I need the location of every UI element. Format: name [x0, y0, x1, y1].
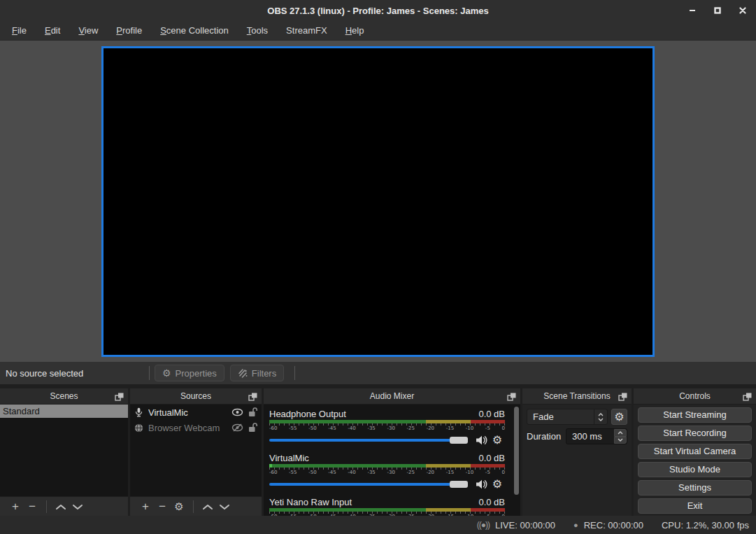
- meter-scale: -60-55-50-45-40-35-30-25-20-15-10-50: [269, 426, 505, 432]
- scene-item-standard[interactable]: Standard: [0, 405, 128, 418]
- slider-handle[interactable]: [450, 481, 468, 488]
- transition-properties-button[interactable]: ⚙: [611, 409, 627, 425]
- rec-status: ● REC: 00:00:00: [573, 520, 643, 531]
- input-level-indicator: [269, 464, 272, 468]
- popout-button[interactable]: [113, 391, 124, 402]
- exit-button[interactable]: Exit: [638, 498, 752, 514]
- volume-meter: [269, 420, 505, 423]
- stats-text: CPU: 1.2%, 30.00 fps: [662, 520, 749, 531]
- properties-button[interactable]: ⚙ Properties: [155, 365, 224, 381]
- popout-button[interactable]: [741, 391, 753, 402]
- chevron-up-icon: [55, 504, 66, 510]
- speaker-icon: [476, 435, 488, 445]
- lock-toggle[interactable]: [248, 407, 257, 417]
- minimize-button[interactable]: [685, 3, 700, 18]
- source-properties-button[interactable]: ⚙: [171, 501, 187, 512]
- popout-button[interactable]: [247, 391, 258, 402]
- remove-source-button[interactable]: −: [154, 500, 171, 512]
- menu-edit[interactable]: Edit: [36, 22, 69, 38]
- start-streaming-button[interactable]: Start Streaming: [638, 407, 752, 423]
- move-source-up-button[interactable]: [199, 500, 216, 512]
- meter-scale: -60-55-50-45-40-35-30-25-20-15-10-50: [269, 514, 505, 516]
- popout-button[interactable]: [506, 391, 517, 402]
- move-scene-down-button[interactable]: [69, 500, 86, 512]
- duration-increase-button[interactable]: [614, 429, 627, 437]
- filters-icon: [238, 369, 248, 378]
- menu-view[interactable]: View: [69, 22, 107, 38]
- visibility-toggle[interactable]: [231, 408, 243, 416]
- controls-panel-title: Controls: [679, 391, 711, 401]
- channel-name: VirtualMic: [269, 453, 309, 463]
- mute-button[interactable]: [474, 477, 490, 491]
- gear-icon: ⚙: [162, 367, 171, 379]
- close-button[interactable]: [735, 3, 750, 18]
- chevron-down-icon: [72, 504, 83, 510]
- mute-button[interactable]: [474, 433, 490, 447]
- popout-icon: [115, 393, 124, 401]
- volume-slider[interactable]: [269, 437, 468, 444]
- menu-file[interactable]: File: [3, 22, 36, 38]
- slider-handle[interactable]: [450, 437, 468, 444]
- maximize-icon: [714, 7, 721, 14]
- titlebar: OBS 27.1.3 (linux) - Profile: James - Sc…: [0, 0, 756, 21]
- lock-toggle[interactable]: [248, 423, 257, 433]
- menu-profile[interactable]: Profile: [107, 22, 151, 38]
- unlock-icon: [248, 407, 257, 417]
- preview-canvas[interactable]: [101, 46, 655, 357]
- mixer-scrollbar[interactable]: [514, 407, 519, 495]
- scenes-panel: Scenes Standard + −: [0, 388, 128, 516]
- chevron-down-icon: [598, 418, 604, 421]
- channel-settings-button[interactable]: ⚙: [490, 433, 505, 447]
- transition-selected-value: Fade: [527, 412, 594, 422]
- maximize-button[interactable]: [710, 3, 725, 18]
- start-virtual-camera-button[interactable]: Start Virtual Camera: [638, 444, 752, 459]
- studio-mode-button[interactable]: Studio Mode: [638, 462, 752, 477]
- combo-arrows: [594, 409, 607, 424]
- menu-tools[interactable]: Tools: [238, 22, 277, 38]
- close-icon: [739, 7, 746, 14]
- filters-button[interactable]: Filters: [230, 365, 284, 381]
- add-scene-button[interactable]: +: [7, 500, 24, 512]
- eye-slash-icon: [231, 423, 243, 432]
- move-source-down-button[interactable]: [216, 500, 233, 512]
- source-name: Browser Webcam: [148, 423, 227, 433]
- source-name: VirtualMic: [148, 407, 227, 418]
- preview-area: [0, 41, 756, 362]
- add-source-button[interactable]: +: [137, 500, 154, 512]
- channel-settings-button[interactable]: ⚙: [490, 477, 505, 491]
- popout-icon: [507, 393, 516, 401]
- audio-mixer-body: Headphone Output 0.0 dB -60-55-50-45-40-…: [264, 405, 520, 516]
- menu-scene-collection[interactable]: Scene Collection: [151, 22, 238, 38]
- globe-icon: [134, 423, 143, 433]
- popout-icon: [743, 393, 752, 401]
- source-row-virtualmic[interactable]: VirtualMic: [130, 405, 262, 420]
- settings-button[interactable]: Settings: [638, 480, 752, 496]
- mixer-channel-yeti-nano: Yeti Nano Raw Input 0.0 dB -60-55-50-45-…: [269, 496, 505, 516]
- menu-help[interactable]: Help: [336, 22, 373, 38]
- source-toolbar: No source selected ⚙ Properties Filters: [0, 362, 756, 384]
- duration-decrease-button[interactable]: [614, 437, 627, 444]
- chevron-up-icon: [598, 413, 604, 416]
- start-recording-button[interactable]: Start Recording: [638, 426, 752, 441]
- transition-select[interactable]: Fade: [527, 409, 608, 425]
- remove-scene-button[interactable]: −: [24, 500, 41, 512]
- gear-icon: ⚙: [614, 412, 624, 423]
- duration-spinbox[interactable]: 300 ms: [566, 428, 627, 444]
- popout-button[interactable]: [617, 391, 628, 402]
- menu-streamfx[interactable]: StreamFX: [277, 22, 336, 38]
- volume-slider[interactable]: [269, 481, 468, 488]
- slider-track: [269, 439, 468, 442]
- scene-transitions-title: Scene Transitions: [543, 391, 610, 401]
- move-scene-up-button[interactable]: [52, 500, 69, 512]
- popout-icon: [248, 393, 257, 401]
- statusbar: ((●)) LIVE: 00:00:00 ● REC: 00:00:00 CPU…: [0, 516, 756, 534]
- microphone-icon: [134, 407, 143, 417]
- scene-transitions-header: Scene Transitions: [522, 388, 632, 405]
- unlock-icon: [248, 423, 257, 433]
- sources-panel-title: Sources: [180, 391, 211, 401]
- rec-time: REC: 00:00:00: [584, 520, 643, 531]
- source-row-browser-webcam[interactable]: Browser Webcam: [130, 420, 262, 435]
- window-controls: [685, 0, 750, 21]
- visibility-toggle[interactable]: [231, 423, 243, 432]
- obs-main-window: OBS 27.1.3 (linux) - Profile: James - Sc…: [0, 0, 756, 534]
